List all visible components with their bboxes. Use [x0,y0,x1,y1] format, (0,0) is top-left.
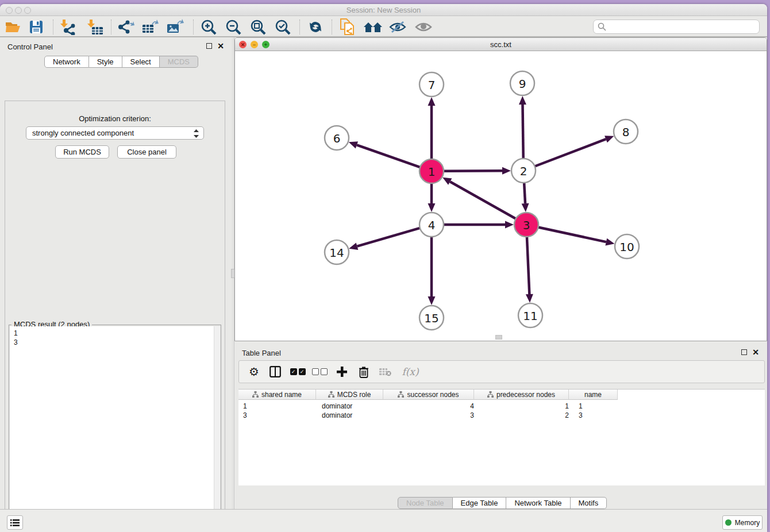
column-header-predecessor-nodes[interactable]: predecessor nodes [474,390,569,400]
import-network-button[interactable] [59,18,78,36]
column-header-mcds-role[interactable]: MCDS role [316,390,383,400]
clone-network-button[interactable] [338,18,357,36]
close-panel-icon[interactable]: ✕ [217,43,224,49]
select-all-columns-button[interactable]: ✓✓ [288,364,307,380]
graph-edge[interactable] [357,145,420,167]
export-network-button[interactable] [116,18,136,36]
delete-table-button[interactable] [376,364,394,380]
home-view-button[interactable] [363,18,383,36]
export-image-icon [167,19,184,35]
trash-icon [359,366,369,378]
graph-edge[interactable] [527,237,529,294]
refresh-view-button[interactable] [306,18,325,36]
column-layout-button[interactable] [266,364,284,380]
eye-slash-icon [389,20,406,34]
graph-edge[interactable] [522,105,523,159]
graph-edge-arrowhead [349,141,358,148]
cell-name: 3 [579,411,583,419]
tab-style[interactable]: Style [89,56,122,68]
tab-motifs[interactable]: Motifs [571,497,607,509]
add-column-button[interactable] [333,364,351,380]
column-label: successor nodes [407,391,459,399]
control-panel-buttons: ✕ [206,43,224,49]
memory-button[interactable]: Memory [722,515,763,530]
column-label: shared name [261,391,302,399]
zoom-in-button[interactable] [199,18,218,36]
cell-shared-name: 3 [243,411,247,419]
optimization-criterion-label: Optimization criterion: [5,114,225,123]
table-settings-button[interactable]: ⚙ [245,364,263,380]
tab-network-table[interactable]: Network Table [506,497,570,509]
network-canvas[interactable]: 7968124314101511 [235,51,767,341]
save-session-button[interactable] [26,18,46,36]
import-table-button[interactable] [86,18,105,36]
memory-status-icon [725,519,732,526]
close-panel-button[interactable]: Close panel [117,145,176,159]
graph-edge[interactable] [524,183,525,203]
criterion-dropdown[interactable]: strongly connected component [26,126,204,140]
graph-node-label: 8 [622,125,630,139]
graph-edge-arrowhead [502,167,511,175]
zoom-selected-icon [275,19,291,35]
tab-node-table[interactable]: Node Table [398,497,453,509]
criterion-value: strongly connected component [32,129,134,137]
control-panel: Control Panel ✕ Network Style Select MCD… [0,37,232,509]
graph-edge[interactable] [444,171,502,171]
graph-edge-arrowhead [522,203,529,212]
column-header-successor-nodes[interactable]: successor nodes [383,390,474,400]
zoom-out-button[interactable] [224,18,243,36]
tab-select[interactable]: Select [122,56,160,68]
graph-node-label: 10 [619,240,634,254]
graph-edge[interactable] [450,182,515,219]
table-panel: Table Panel ✕ ⚙ ✓✓ f(x) [234,341,767,509]
column-header-name[interactable]: name [569,390,618,400]
result-scrollbar[interactable] [214,326,220,532]
delete-column-button[interactable] [355,364,373,380]
tab-edge-table[interactable]: Edge Table [453,497,507,509]
apply-function-button[interactable]: f(x) [399,364,422,380]
table-row[interactable]: 3 dominator 3 2 3 [238,411,623,420]
deselect-all-columns-button[interactable] [310,364,329,380]
graph-node-label: 11 [523,309,537,323]
float-table-panel-icon[interactable] [741,349,747,355]
table-panel-tabs: Node Table Edge Table Network Table Moti… [398,497,607,509]
run-mcds-button[interactable]: Run MCDS [55,145,109,159]
zoom-selected-button[interactable] [273,18,292,36]
hierarchy-icon [487,391,494,398]
column-header-shared-name[interactable]: shared name [238,390,316,400]
graph-node-label: 4 [428,218,436,232]
search-field[interactable] [593,20,760,34]
network-graph[interactable]: 7968124314101511 [235,51,767,341]
export-image-button[interactable] [165,18,185,36]
tab-mcds[interactable]: MCDS [160,56,198,68]
float-panel-icon[interactable] [206,43,212,49]
cell-mcds-role: dominator [322,411,352,419]
open-session-button[interactable] [3,18,23,36]
canvas-resize-handle[interactable] [495,335,502,340]
task-history-button[interactable] [7,515,23,530]
cell-successor-nodes: 4 [389,402,474,410]
zoom-in-icon [201,19,217,35]
table-panel-buttons: ✕ [741,349,759,355]
columns-icon [270,366,281,377]
table-row[interactable]: 1 dominator 4 1 1 [238,402,623,411]
graph-edge-arrowhead [428,296,436,305]
graph-edge[interactable] [538,227,606,242]
hierarchy-icon [328,391,334,398]
tab-network[interactable]: Network [44,56,89,68]
close-table-panel-icon[interactable]: ✕ [752,349,759,355]
toolbar-separator [193,20,194,34]
graph-node-label: 15 [424,311,438,325]
graph-edge[interactable] [535,139,606,166]
export-table-button[interactable] [141,18,160,36]
checked-box-icon: ✓ [299,368,306,375]
show-graphics-button[interactable] [414,18,433,36]
graph-node-label: 3 [523,218,530,232]
mcds-result-list[interactable]: 1 3 [10,326,220,532]
graph-edge-arrowhead [505,221,514,229]
graph-edge[interactable] [357,228,420,246]
hide-graphics-button[interactable] [388,18,407,36]
zoom-fit-button[interactable] [248,18,268,36]
table-toolbar: ⚙ ✓✓ f(x) [238,360,765,383]
control-panel-title: Control Panel [7,43,53,51]
